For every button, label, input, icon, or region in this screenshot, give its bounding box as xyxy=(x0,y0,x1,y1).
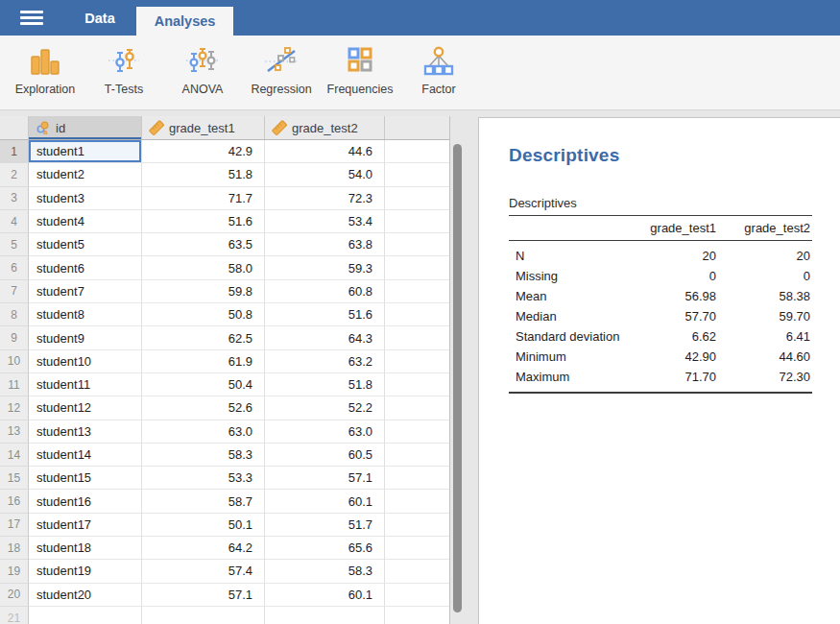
cell-grade-test1[interactable]: 51.8 xyxy=(142,163,265,186)
cell-grade-test1[interactable]: 57.4 xyxy=(142,560,265,583)
cell-id[interactable]: student12 xyxy=(29,396,142,420)
main-menu-button[interactable] xyxy=(0,0,63,36)
cell-empty[interactable] xyxy=(385,210,450,233)
cell-grade-test1[interactable]: 62.5 xyxy=(142,326,265,349)
row-number[interactable]: 12 xyxy=(0,396,29,420)
ribbon-button-regression[interactable]: Regression xyxy=(242,45,321,96)
cell-id[interactable]: student14 xyxy=(29,444,142,467)
row-number[interactable]: 3 xyxy=(0,187,29,210)
row-number[interactable]: 4 xyxy=(0,210,29,233)
cell-id[interactable]: student6 xyxy=(29,256,142,279)
cell-id[interactable]: student15 xyxy=(29,467,142,490)
cell-grade-test1[interactable]: 57.1 xyxy=(142,584,265,607)
row-number[interactable]: 19 xyxy=(0,560,29,583)
cell-empty[interactable] xyxy=(385,560,450,583)
cell-grade-test1[interactable]: 52.6 xyxy=(142,396,265,420)
cell-id[interactable]: student16 xyxy=(29,490,142,513)
cell-empty[interactable] xyxy=(385,140,450,163)
cell-grade-test2[interactable]: 51.6 xyxy=(265,303,385,326)
cell-empty[interactable] xyxy=(385,420,450,444)
cell-grade-test2[interactable]: 44.6 xyxy=(265,140,385,163)
cell-empty[interactable] xyxy=(385,373,450,396)
cell-grade-test2[interactable]: 65.6 xyxy=(265,537,385,560)
cell-grade-test2[interactable]: 64.3 xyxy=(265,326,385,349)
ribbon-button-exploration[interactable]: Exploration xyxy=(6,45,84,96)
row-number[interactable]: 6 xyxy=(0,256,29,279)
header-corner-cell[interactable] xyxy=(0,116,29,139)
cell-grade-test2[interactable]: 59.3 xyxy=(265,256,385,279)
cell-empty[interactable] xyxy=(385,584,450,607)
cell-grade-test1[interactable]: 58.3 xyxy=(142,444,265,467)
cell-id[interactable]: student7 xyxy=(29,280,142,303)
cell-empty[interactable] xyxy=(385,607,450,624)
row-number[interactable]: 20 xyxy=(0,584,29,607)
cell-grade-test2[interactable]: 72.3 xyxy=(265,187,385,210)
cell-grade-test1[interactable]: 71.7 xyxy=(142,187,265,210)
cell-empty[interactable] xyxy=(385,444,450,467)
cell-grade-test2[interactable]: 63.0 xyxy=(265,420,385,444)
cell-id[interactable]: student5 xyxy=(29,233,142,256)
cell-id[interactable]: student19 xyxy=(29,560,142,583)
panel-splitter[interactable] xyxy=(451,110,478,624)
cell-grade-test1[interactable]: 58.7 xyxy=(142,490,265,513)
cell-empty[interactable] xyxy=(385,490,450,513)
cell-grade-test2[interactable]: 63.8 xyxy=(265,233,385,256)
row-number[interactable]: 15 xyxy=(0,467,29,490)
cell-grade-test2[interactable]: 52.2 xyxy=(265,396,385,420)
cell-grade-test1[interactable]: 63.5 xyxy=(142,233,265,256)
cell-grade-test1[interactable]: 50.4 xyxy=(142,373,265,396)
cell-id[interactable]: student1 xyxy=(29,140,142,163)
cell-empty[interactable] xyxy=(385,163,450,186)
row-number[interactable]: 21 xyxy=(0,607,29,624)
cell-id[interactable] xyxy=(29,607,142,624)
cell-grade-test1[interactable]: 61.9 xyxy=(142,350,265,373)
cell-grade-test1[interactable]: 50.1 xyxy=(142,514,265,537)
cell-empty[interactable] xyxy=(385,467,450,490)
cell-id[interactable]: student10 xyxy=(29,350,142,373)
cell-grade-test1[interactable]: 51.6 xyxy=(142,210,265,233)
cell-empty[interactable] xyxy=(385,233,450,256)
cell-empty[interactable] xyxy=(385,350,450,373)
results-panel[interactable]: Descriptives Descriptives grade_test1 gr… xyxy=(478,117,840,624)
cell-empty[interactable] xyxy=(385,396,450,420)
column-header-id[interactable]: a id xyxy=(29,116,142,139)
cell-grade-test1[interactable]: 58.0 xyxy=(142,256,265,279)
column-header-grade-test1[interactable]: grade_test1 xyxy=(142,116,265,139)
ribbon-button-t-tests[interactable]: T-Tests xyxy=(84,45,163,96)
row-number[interactable]: 17 xyxy=(0,514,29,537)
cell-grade-test2[interactable]: 60.5 xyxy=(265,444,385,467)
cell-id[interactable]: student3 xyxy=(29,187,142,210)
cell-empty[interactable] xyxy=(385,280,450,303)
cell-grade-test2[interactable]: 60.8 xyxy=(265,280,385,303)
cell-empty[interactable] xyxy=(385,187,450,210)
row-number[interactable]: 1 xyxy=(0,140,29,163)
cell-id[interactable]: student11 xyxy=(29,373,142,396)
cell-grade-test1[interactable]: 50.8 xyxy=(142,303,265,326)
row-number[interactable]: 9 xyxy=(0,326,29,349)
row-number[interactable]: 18 xyxy=(0,537,29,560)
row-number[interactable]: 2 xyxy=(0,163,29,186)
cell-id[interactable]: student17 xyxy=(29,514,142,537)
cell-grade-test2[interactable]: 54.0 xyxy=(265,163,385,186)
cell-empty[interactable] xyxy=(385,537,450,560)
cell-grade-test1[interactable]: 59.8 xyxy=(142,280,265,303)
cell-grade-test2[interactable]: 60.1 xyxy=(265,584,385,607)
row-number[interactable]: 7 xyxy=(0,280,29,303)
cell-grade-test1[interactable]: 42.9 xyxy=(142,140,265,163)
cell-empty[interactable] xyxy=(385,326,450,349)
cell-empty[interactable] xyxy=(385,256,450,279)
cell-id[interactable]: student8 xyxy=(29,303,142,326)
ribbon-button-factor[interactable]: Factor xyxy=(399,45,478,96)
cell-grade-test2[interactable]: 51.7 xyxy=(265,514,385,537)
ribbon-button-anova[interactable]: ANOVA xyxy=(163,45,242,96)
cell-grade-test2[interactable]: 60.1 xyxy=(265,490,385,513)
row-number[interactable]: 16 xyxy=(0,490,29,513)
row-number[interactable]: 10 xyxy=(0,350,29,373)
column-header-empty[interactable] xyxy=(385,116,450,139)
cell-grade-test2[interactable]: 63.2 xyxy=(265,350,385,373)
row-number[interactable]: 8 xyxy=(0,303,29,326)
cell-id[interactable]: student2 xyxy=(29,163,142,186)
cell-empty[interactable] xyxy=(385,514,450,537)
cell-grade-test1[interactable]: 64.2 xyxy=(142,537,265,560)
cell-grade-test2[interactable]: 57.1 xyxy=(265,467,385,490)
